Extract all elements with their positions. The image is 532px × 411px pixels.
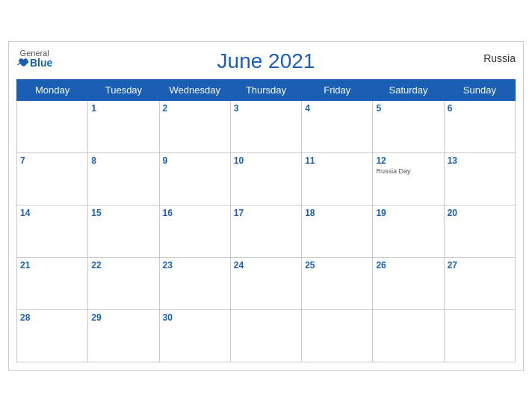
day-cell: 7 [17, 152, 88, 205]
calendar-header: General Blue June 2021 Russia [16, 49, 516, 73]
week-row-4: 21222324252627 [17, 257, 516, 309]
day-number: 26 [376, 260, 440, 271]
day-number: 12 [376, 155, 440, 166]
day-cell: 16 [159, 205, 230, 257]
day-number: 11 [305, 155, 369, 166]
calendar-table: MondayTuesdayWednesdayThursdayFridaySatu… [16, 79, 516, 362]
day-number: 6 [448, 103, 512, 114]
weekday-header-monday: Monday [17, 79, 88, 100]
day-cell: 21 [17, 257, 88, 309]
day-cell: 15 [88, 205, 159, 257]
day-cell: 10 [230, 152, 301, 205]
day-number: 23 [163, 260, 227, 271]
week-row-2: 789101112Russia Day13 [17, 152, 516, 205]
day-number: 27 [448, 260, 512, 271]
day-number: 30 [163, 312, 227, 323]
logo-bird-icon [16, 58, 28, 68]
day-number: 3 [234, 103, 298, 114]
day-cell: 24 [230, 257, 301, 309]
weekday-header-wednesday: Wednesday [159, 79, 230, 100]
calendar-title: June 2021 [217, 49, 315, 73]
weekday-header-friday: Friday [302, 79, 373, 100]
day-cell [230, 309, 301, 362]
day-cell: 22 [88, 257, 159, 309]
week-row-5: 282930 [17, 309, 516, 362]
day-number: 21 [20, 260, 84, 271]
calendar-container: General Blue June 2021 Russia MondayTues… [8, 41, 524, 371]
day-number: 29 [91, 312, 155, 323]
day-cell: 14 [17, 205, 88, 257]
day-cell: 2 [159, 100, 230, 152]
week-row-1: 123456 [17, 100, 516, 152]
holiday-label: Russia Day [376, 167, 440, 175]
day-cell: 12Russia Day [373, 152, 444, 205]
weekday-header-row: MondayTuesdayWednesdayThursdayFridaySatu… [17, 79, 516, 100]
day-cell: 5 [373, 100, 444, 152]
day-cell: 23 [159, 257, 230, 309]
day-cell: 1 [88, 100, 159, 152]
day-number: 24 [234, 260, 298, 271]
day-number: 20 [448, 208, 512, 218]
day-cell: 6 [444, 100, 515, 152]
day-cell: 9 [159, 152, 230, 205]
day-cell [444, 309, 515, 362]
day-number: 10 [234, 155, 298, 166]
weekday-header-thursday: Thursday [230, 79, 301, 100]
day-number: 8 [91, 155, 155, 166]
day-number: 5 [376, 103, 440, 114]
day-number: 7 [20, 155, 84, 166]
day-number: 1 [91, 103, 155, 114]
day-cell: 19 [373, 205, 444, 257]
day-number: 15 [91, 208, 155, 218]
day-cell [17, 100, 88, 152]
day-number: 2 [163, 103, 227, 114]
day-number: 16 [163, 208, 227, 218]
day-cell: 20 [444, 205, 515, 257]
country-label: Russia [483, 52, 516, 64]
day-number: 17 [234, 208, 298, 218]
day-number: 18 [305, 208, 369, 218]
weekday-header-sunday: Sunday [444, 79, 515, 100]
day-number: 28 [20, 312, 84, 323]
day-number: 22 [91, 260, 155, 271]
day-cell: 25 [302, 257, 373, 309]
day-number: 13 [448, 155, 512, 166]
day-cell: 13 [444, 152, 515, 205]
day-cell: 27 [444, 257, 515, 309]
day-number: 14 [20, 208, 84, 218]
day-cell: 28 [17, 309, 88, 362]
day-cell: 30 [159, 309, 230, 362]
weekday-header-saturday: Saturday [373, 79, 444, 100]
day-number: 25 [305, 260, 369, 271]
logo-general-text: General [20, 49, 49, 58]
day-number: 19 [376, 208, 440, 218]
day-cell: 26 [373, 257, 444, 309]
day-cell: 11 [302, 152, 373, 205]
week-row-3: 14151617181920 [17, 205, 516, 257]
day-cell: 29 [88, 309, 159, 362]
logo-area: General Blue [16, 49, 52, 68]
day-cell [302, 309, 373, 362]
day-cell: 3 [230, 100, 301, 152]
weekday-header-tuesday: Tuesday [88, 79, 159, 100]
logo-blue-text: Blue [16, 58, 52, 68]
day-number: 4 [305, 103, 369, 114]
day-cell: 8 [88, 152, 159, 205]
day-cell: 4 [302, 100, 373, 152]
day-cell: 18 [302, 205, 373, 257]
day-cell: 17 [230, 205, 301, 257]
day-cell [373, 309, 444, 362]
day-number: 9 [163, 155, 227, 166]
